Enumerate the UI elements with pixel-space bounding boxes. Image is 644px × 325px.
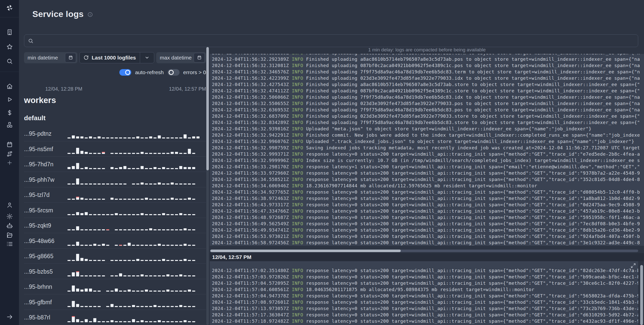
activity-bar [171,275,174,276]
activity-bar [149,199,152,200]
horizontal-scrollbar-thumb[interactable] [210,250,401,252]
activity-bar [89,306,92,307]
auto-refresh-label: auto-refresh [135,69,164,75]
activity-bar [119,214,122,215]
log-timestamp: 2024-12-04T11:56:32.939816Z [212,126,292,131]
auto-refresh-toggle[interactable] [119,69,131,76]
play-icon[interactable] [6,96,13,103]
info-icon[interactable] [87,12,93,17]
left-scrollbar[interactable] [206,47,209,325]
activity-bar [123,137,126,138]
logfiles-dropdown-button[interactable] [140,52,154,63]
worker-row[interactable]: ...95-brhnn [24,279,206,295]
windmill-logo-icon[interactable] [6,4,14,12]
left-column: min datetime Last 1000 logfiles [24,52,206,325]
activity-bar [136,199,139,200]
dollar-icon[interactable] [6,109,13,116]
log-message: response latency=0 status=200 target=win… [303,227,640,233]
log-message: Finished uploading a8ac8610b5714eb796507… [303,54,640,55]
activity-bar [80,213,83,215]
log-level: INFO [292,227,303,233]
worker-row[interactable]: ...95-bzbs5 [24,264,206,279]
arrow-right-icon[interactable] [6,314,13,320]
page-title-row: Service logs [32,9,93,19]
log-timestamp: 2024-12-04T11:56:34.606946Z [212,183,292,188]
worker-row[interactable]: ...95-zqkt9 [24,218,206,233]
refresh-logfiles-button[interactable]: Last 1000 logfiles [80,52,140,63]
calendar-icon[interactable] [6,141,13,148]
horizontal-scrollbar[interactable] [210,250,638,252]
gear-icon[interactable] [6,213,13,220]
plus-icon[interactable] [6,159,13,166]
search-icon[interactable] [6,58,13,65]
worker-row[interactable]: ...95-pdtnz [24,126,206,141]
log-message: Finished uploading a8ac8610b5714eb796507… [303,82,640,87]
worker-row[interactable]: ...95-b87rl [24,310,206,325]
log-level: INFO [292,164,303,169]
worker-row[interactable]: ...95-gfbmf [24,294,206,310]
activity-bar [76,148,79,154]
activity-bar [98,136,101,138]
log-timestamp: 2024-12-04T11:57:13.973057Z [212,306,292,311]
activity-bar [98,214,101,215]
log-message: Finished uploading 7f9f75d8a9ac46a78d19d… [303,69,640,74]
log-line: 2024-12-04T11:56:34.558521Z INFO respons… [212,176,644,182]
activity-bar [102,168,105,169]
worker-row[interactable]: ...95-tzl7d [24,187,206,203]
activity-bar [188,306,191,307]
activity-bar [162,306,165,307]
worker-row[interactable]: ...95-7hd7n [24,157,206,172]
worker-row[interactable]: ...95-phh7w [24,172,206,187]
activity-bar [192,275,195,276]
log-message: response latency=0 status=200 target=win… [303,170,640,176]
star-icon[interactable] [6,44,13,50]
route-icon[interactable] [6,151,13,157]
log-level: INFO [292,293,303,298]
activity-bar [184,275,187,276]
worker-row[interactable]: ...95-5rcsm [24,202,206,218]
activity-bar [115,137,118,138]
building-icon[interactable] [6,29,13,36]
log-level: INFO [292,299,303,305]
folder-icon[interactable] [6,232,13,239]
activity-bar [171,321,174,322]
home-icon[interactable] [6,83,13,90]
activity-bar [85,229,88,230]
worker-row[interactable]: ...95-48w66 [24,233,206,249]
min-datetime-calendar-button[interactable] [65,53,76,63]
log-line: 2024-12-04T11:56:32.346576Z INFO Finishe… [212,69,644,75]
search-box[interactable] [24,34,638,47]
activity-bar [110,260,114,261]
activity-bar [110,320,114,322]
worker-row[interactable]: ...95-ns5mf [24,141,206,157]
max-datetime-field[interactable]: max datetime [156,52,206,63]
list-icon[interactable] [6,241,13,248]
max-datetime-calendar-button[interactable] [194,53,205,63]
activity-bar [136,229,139,230]
search-input[interactable] [36,38,634,44]
activity-bar [166,245,169,246]
activity-bar [72,286,75,292]
activity-bar [132,199,135,200]
min-datetime-field[interactable]: min datetime [24,52,77,63]
log-timestamp: 2024-12-04T11:56:34.927765Z [212,189,292,195]
activity-bar [153,291,157,292]
left-scrollbar-thumb[interactable] [206,47,209,170]
activity-bar [93,260,96,261]
right-scrollbar-thumb[interactable] [640,265,643,325]
activity-bar [102,306,105,307]
activity-bar [119,167,122,169]
worker-row[interactable]: ...95-g8665 [24,249,206,264]
activity-bar [68,306,71,307]
activity-bar [102,244,105,246]
expand-icon[interactable] [631,263,636,268]
user-icon[interactable] [6,202,13,209]
right-scrollbar[interactable] [640,265,643,325]
activity-bar [123,214,126,215]
log-message: response latency=0 status=200 target=win… [303,240,640,245]
activity-bar [162,275,165,276]
boxes-icon[interactable] [6,121,13,128]
activity-bar [136,184,139,185]
errors-toggle[interactable] [168,69,180,76]
bot-icon[interactable] [6,222,13,229]
